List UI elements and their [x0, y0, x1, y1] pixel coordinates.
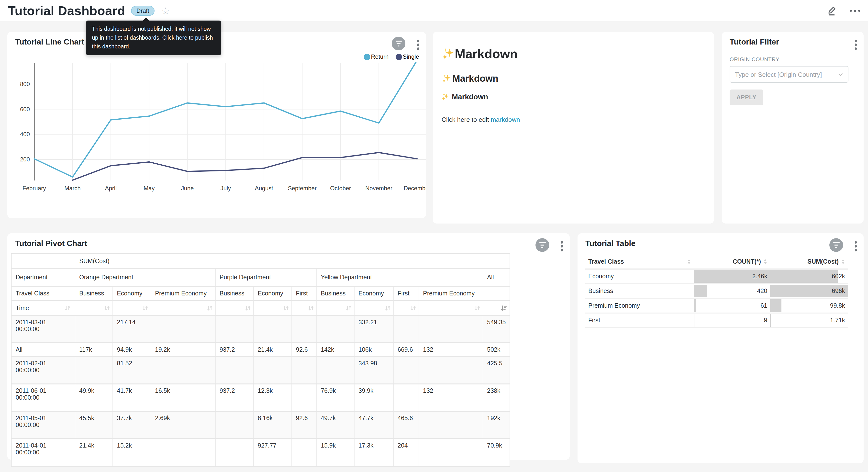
table-title: Tutorial Table — [585, 239, 636, 248]
pivot-cell — [75, 315, 113, 343]
pivot-sort-header[interactable] — [253, 301, 292, 315]
pivot-cell — [253, 356, 292, 384]
chart-legend: Return Single — [364, 53, 419, 60]
pivot-class-col: Business — [317, 286, 354, 301]
pivot-cell: 16.5k — [151, 384, 215, 411]
markdown-h1: Markdown — [441, 47, 705, 62]
dashboard-header: Tutorial Dashboard Draft ☆ — [0, 0, 868, 22]
pivot-corner-cell — [11, 254, 75, 268]
pivot-sort-header[interactable] — [419, 301, 483, 315]
sort-carets-icon — [763, 259, 767, 265]
pivot-cell: 332.21 — [354, 315, 394, 343]
pivot-cell: 937.2 — [215, 384, 253, 411]
sort-both-icon — [142, 304, 149, 311]
sort-both-icon — [410, 304, 416, 311]
chart-kebab-menu-icon[interactable] — [852, 239, 859, 253]
table-cell-sum: 696k — [770, 284, 848, 298]
pivot-sort-header[interactable] — [317, 301, 354, 315]
pivot-sorted-desc-header[interactable] — [483, 301, 510, 315]
sort-both-icon — [308, 304, 314, 311]
travel-class-table: Travel Class COUNT(*) SUM(Cost) Economy … — [585, 255, 848, 328]
pivot-group-yellow: Yellow Department — [317, 268, 483, 286]
filter-indicator-icon[interactable] — [829, 238, 843, 252]
filter-indicator-icon[interactable] — [392, 37, 405, 50]
draft-status-badge[interactable]: Draft — [131, 6, 155, 16]
sort-desc-icon — [500, 304, 507, 311]
sparkles-icon — [441, 48, 455, 61]
pivot-cell — [292, 315, 317, 343]
dashboard-more-menu-icon[interactable] — [850, 10, 860, 12]
sort-carets-icon — [841, 259, 845, 265]
table-cell-count: 61 — [694, 298, 770, 313]
pivot-cell: 217.14 — [113, 315, 151, 343]
pivot-sort-header[interactable] — [151, 301, 215, 315]
pivot-sort-header[interactable] — [113, 301, 151, 315]
value-bar — [770, 299, 781, 312]
pivot-cell: 2.69k — [151, 411, 215, 439]
pivot-sort-header[interactable] — [215, 301, 253, 315]
table-cell-count: 9 — [694, 313, 770, 328]
markdown-card: Markdown Markdown Markdown Click here to… — [433, 32, 714, 224]
value-bar — [694, 299, 696, 312]
sort-carets-icon — [687, 259, 691, 265]
column-header-label: Travel Class — [588, 258, 624, 265]
pivot-cell — [394, 356, 419, 384]
pivot-group-orange: Orange Department — [75, 268, 215, 286]
page-title: Tutorial Dashboard — [8, 3, 125, 18]
filter-kebab-menu-icon[interactable] — [852, 38, 859, 52]
pivot-cell — [394, 315, 419, 343]
markdown-edit-link[interactable]: markdown — [491, 116, 520, 123]
svg-text:February: February — [23, 185, 46, 191]
pivot-cell: 549.35 — [483, 315, 510, 343]
pivot-cell: 465.6 — [394, 411, 419, 439]
pivot-cell: 17.3k — [354, 439, 394, 466]
origin-country-label: ORIGIN COUNTRY — [730, 56, 779, 62]
pivot-class-col — [483, 286, 510, 301]
pivot-sort-header[interactable] — [354, 301, 394, 315]
pivot-cell — [151, 439, 215, 466]
pivot-cell: 21.4k — [75, 439, 113, 466]
legend-item-single[interactable]: Single — [395, 53, 419, 60]
pivot-chart-card: Tutorial Pivot Chart SUM(Cost) Departmen… — [7, 233, 570, 460]
pivot-cell: 37.7k — [113, 411, 151, 439]
pivot-sort-header[interactable] — [75, 301, 113, 315]
apply-filter-button[interactable]: APPLY — [730, 89, 763, 105]
pivot-time-sort-header[interactable]: Time — [11, 301, 75, 315]
edit-dashboard-icon[interactable] — [826, 5, 837, 16]
svg-text:December: December — [404, 185, 426, 191]
pivot-cell: 49.7k — [317, 411, 354, 439]
pivot-sort-header[interactable] — [394, 301, 419, 315]
legend-item-return[interactable]: Return — [364, 53, 389, 60]
column-header-sum-cost[interactable]: SUM(Cost) — [770, 255, 848, 269]
pivot-cell: 343.98 — [354, 356, 394, 384]
origin-country-select[interactable]: Type or Select [Origin Country] — [730, 66, 848, 83]
table-cell-travel-class: Business — [585, 284, 694, 298]
line-chart-plot[interactable]: FebruaryMarchAprilMayJuneJulyAugustSepte… — [7, 62, 426, 198]
pivot-cell — [419, 356, 483, 384]
pivot-cell: 927.77 — [253, 439, 292, 466]
pivot-cell: 39.9k — [354, 384, 394, 411]
column-header-travel-class[interactable]: Travel Class — [585, 255, 694, 269]
svg-text:September: September — [288, 185, 316, 191]
pivot-cell — [151, 315, 215, 343]
chart-kebab-menu-icon[interactable] — [415, 38, 421, 52]
pivot-class-col: Business — [75, 286, 113, 301]
value-bar — [770, 270, 837, 283]
publish-tooltip[interactable]: This dashboard is not published, it will… — [86, 21, 221, 56]
column-header-count[interactable]: COUNT(*) — [694, 255, 770, 269]
table-cell-travel-class: Economy — [585, 269, 694, 284]
sort-both-icon — [104, 304, 111, 311]
table-row: First 9 1.71k — [585, 313, 848, 328]
pivot-sort-header[interactable] — [292, 301, 317, 315]
filter-indicator-icon[interactable] — [535, 238, 549, 252]
pivot-cell: 12.3k — [253, 384, 292, 411]
pivot-row: 2011-05-01 00:00:00 45.5k 37.7k 2.69k 8.… — [11, 411, 510, 439]
pivot-cell — [292, 384, 317, 411]
favorite-star-icon[interactable]: ☆ — [161, 6, 170, 16]
pivot-group-all: All — [483, 268, 510, 286]
sparkles-icon — [441, 93, 450, 100]
sparkles-icon — [441, 74, 452, 84]
legend-label-single: Single — [403, 53, 419, 60]
chart-kebab-menu-icon[interactable] — [559, 239, 565, 253]
svg-text:November: November — [365, 185, 393, 191]
